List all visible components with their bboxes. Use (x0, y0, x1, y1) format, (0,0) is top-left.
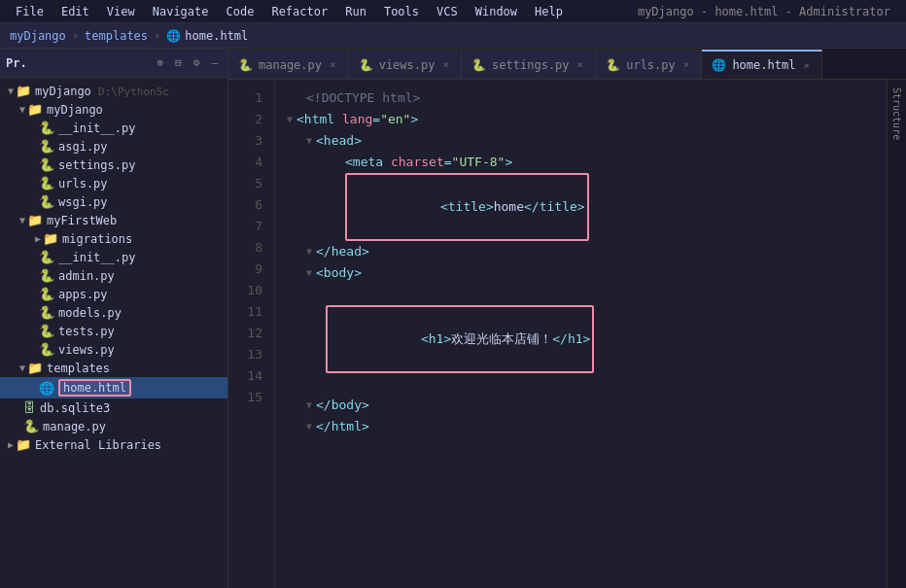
menu-run[interactable]: Run (337, 3, 374, 20)
tab-manage-py[interactable]: 🐍 manage.py × (228, 50, 349, 79)
code-h1-text: 欢迎光临本店铺！ (451, 331, 552, 346)
pyfile-icon-admin: 🐍 (39, 268, 54, 283)
fold-head-close[interactable]: ▼ (306, 241, 312, 262)
pyfile-icon-tests: 🐍 (39, 324, 54, 338)
code-html-close: > (410, 109, 418, 130)
code-editor: 1 2 3 4 5 6 7 8 9 10 11 12 13 14 15 (228, 80, 906, 588)
menu-vcs[interactable]: VCS (429, 3, 466, 20)
menu-navigate[interactable]: Navigate (145, 3, 217, 20)
breadcrumb-sep-1: › (72, 29, 79, 43)
breadcrumb-filename: home.html (185, 29, 248, 43)
line-num-3: 3 (232, 130, 270, 152)
breadcrumb-sep-2: › (154, 29, 160, 43)
menu-window[interactable]: Window (468, 3, 525, 20)
menu-help[interactable]: Help (527, 3, 571, 20)
tree-file-db[interactable]: 🗄 db.sqlite3 (0, 398, 227, 417)
structure-label[interactable]: Structure (891, 87, 902, 140)
tree-label-myfirstweb: myFirstWeb (47, 214, 117, 227)
line-num-12: 12 (232, 323, 270, 344)
tab-close-urls[interactable]: × (681, 58, 692, 71)
fold-head[interactable]: ▼ (306, 130, 312, 152)
tree-label-db: db.sqlite3 (40, 401, 110, 415)
tab-close-views[interactable]: × (440, 58, 451, 71)
code-content[interactable]: <!DOCTYPE html> ▼ <html lang="en"> ▼ <he… (275, 80, 887, 588)
tab-settings-py[interactable]: 🐍 settings.py × (462, 50, 596, 79)
tab-home-html[interactable]: 🌐 home.html × (702, 50, 822, 79)
tab-close-manage[interactable]: × (328, 58, 338, 71)
tree-label-home-html: home.html (58, 379, 131, 397)
fold-body-close[interactable]: ▼ (306, 395, 312, 416)
tab-icon-manage: 🐍 (238, 58, 253, 72)
sidebar-collapse-btn[interactable]: — (207, 54, 222, 71)
tab-icon-urls: 🐍 (606, 58, 620, 72)
sidebar-minus-btn[interactable]: ⊟ (171, 54, 186, 71)
tree-file-views[interactable]: 🐍 views.py (0, 340, 227, 359)
tab-close-settings[interactable]: × (575, 58, 586, 71)
code-h1-highlighted: <h1>欢迎光临本店铺！</h1> (326, 305, 594, 373)
line-num-2: 2 (232, 109, 270, 130)
folder-icon-root: 📁 (16, 84, 31, 98)
tree-file-admin[interactable]: 🐍 admin.py (0, 266, 227, 285)
tree-folder-external[interactable]: ▶ 📁 External Libraries (0, 435, 227, 454)
tree-file-wsgi[interactable]: 🐍 wsgi.py (0, 192, 227, 211)
tree-folder-myfirstweb[interactable]: ▼ 📁 myFirstWeb (0, 211, 227, 229)
sidebar-title: Pr. (6, 56, 27, 70)
code-html-close-tag: </html> (316, 416, 369, 437)
breadcrumb-templates[interactable]: templates (85, 29, 148, 43)
code-html-open: <html (296, 109, 334, 130)
tree-folder-mydjango[interactable]: ▼ 📁 myDjango (0, 100, 227, 119)
menu-refactor[interactable]: Refactor (263, 3, 335, 20)
menu-view[interactable]: View (99, 3, 143, 20)
menu-tools[interactable]: Tools (376, 3, 427, 20)
line-num-7: 7 (232, 216, 270, 237)
fold-body[interactable]: ▼ (306, 262, 312, 284)
right-panel: Structure (887, 80, 906, 588)
tree-file-apps[interactable]: 🐍 apps.py (0, 285, 227, 303)
code-title-highlighted: <title>home</title> (345, 173, 589, 241)
tree-file-manage[interactable]: 🐍 manage.py (0, 417, 227, 435)
tree-label-urls: urls.py (58, 177, 108, 190)
tree-file-tests[interactable]: 🐍 tests.py (0, 322, 227, 340)
tree-folder-migrations[interactable]: ▶ 📁 migrations (0, 229, 227, 248)
tree-file-home-html[interactable]: 🌐 home.html (0, 377, 227, 398)
tab-urls-py[interactable]: 🐍 urls.py × (596, 50, 702, 79)
fold-html-close[interactable]: ▼ (306, 416, 312, 437)
tree-file-init1[interactable]: 🐍 __init__.py (0, 119, 227, 137)
pyfile-icon-init2: 🐍 (39, 250, 54, 264)
code-lang-attr: lang (342, 109, 372, 130)
code-line-15 (287, 480, 875, 502)
tree-root-mydjango[interactable]: ▼ 📁 myDjango D:\PythonSc (0, 82, 227, 100)
tree-file-init2[interactable]: 🐍 __init__.py (0, 248, 227, 266)
tree-folder-templates[interactable]: ▼ 📁 templates (0, 359, 227, 377)
code-line-13 (287, 437, 875, 459)
line-num-13: 13 (232, 344, 270, 365)
code-eq: = (372, 109, 380, 130)
menu-file[interactable]: File (8, 3, 52, 20)
code-line-1: <!DOCTYPE html> (287, 87, 875, 109)
menu-code[interactable]: Code (219, 3, 262, 20)
tree-file-urls[interactable]: 🐍 urls.py (0, 174, 227, 192)
code-doctype: <!DOCTYPE html> (306, 87, 420, 109)
tab-label-views: views.py (379, 58, 436, 72)
code-meta-close: > (505, 152, 512, 173)
code-line-9: <h1>欢迎光临本店铺！</h1> (287, 305, 875, 373)
chevron-myfirstweb: ▼ (19, 215, 25, 225)
tab-close-home[interactable]: × (801, 59, 812, 72)
code-line-11: ▼ </body> (287, 395, 875, 416)
file-tree: ▼ 📁 myDjango D:\PythonSc ▼ 📁 myDjango 🐍 … (0, 78, 227, 588)
fold-html[interactable]: ▼ (287, 109, 293, 130)
dbfile-icon: 🗄 (23, 400, 36, 415)
sidebar-plus-btn[interactable]: ⊕ (154, 54, 168, 71)
breadcrumb-file-icon: 🌐 (166, 29, 181, 43)
tree-label-admin: admin.py (58, 269, 115, 283)
menu-edit[interactable]: Edit (53, 3, 97, 20)
tree-file-asgi[interactable]: 🐍 asgi.py (0, 137, 227, 156)
tree-file-settings[interactable]: 🐍 settings.py (0, 156, 227, 174)
tab-views-py[interactable]: 🐍 views.py × (349, 50, 462, 79)
sidebar-gear-btn[interactable]: ⚙ (190, 54, 204, 71)
code-body-close: </body> (316, 395, 369, 416)
breadcrumb-file: 🌐 home.html (166, 29, 248, 43)
tree-file-models[interactable]: 🐍 models.py (0, 303, 227, 322)
pyfile-icon-init1: 🐍 (39, 121, 54, 135)
breadcrumb-mydjango[interactable]: myDjango (10, 29, 66, 43)
